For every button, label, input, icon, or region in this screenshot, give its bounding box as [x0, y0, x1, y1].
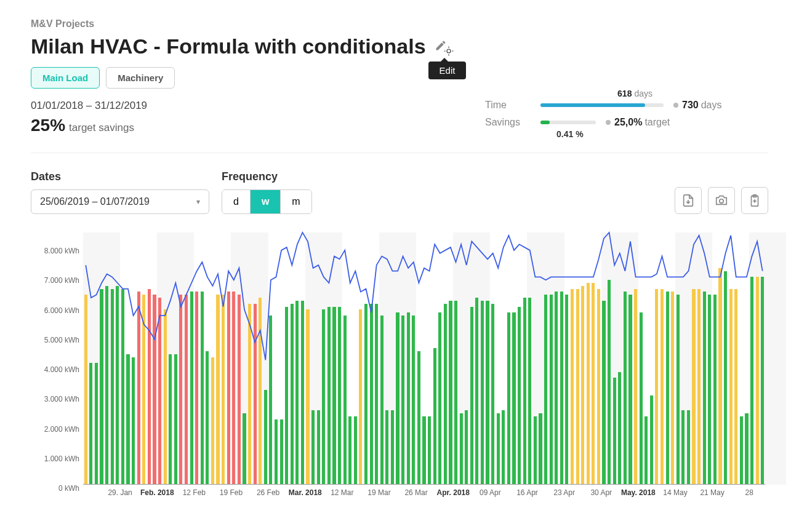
project-date-range: 01/01/2018 – 31/12/2019: [31, 100, 147, 112]
file-icon: [681, 194, 695, 207]
tab-machinery[interactable]: Machinery: [106, 67, 175, 89]
frequency-label: Frequency: [222, 170, 312, 183]
edit-tooltip: Edit: [428, 62, 467, 79]
x-axis-tick: 23 Apr: [553, 488, 575, 497]
clipboard-add-button[interactable]: [741, 187, 768, 214]
frequency-m[interactable]: m: [281, 190, 311, 213]
breadcrumb[interactable]: M&V Projects: [31, 18, 768, 30]
dot-marker: [673, 103, 678, 108]
savings-progress: 0.41 %: [540, 121, 596, 124]
camera-icon: [715, 194, 728, 207]
y-axis-tick: 3.000 kWh: [44, 395, 79, 403]
cursor-icon: [443, 46, 454, 57]
x-axis-tick: May. 2018: [621, 488, 656, 497]
time-total: 730: [682, 100, 699, 111]
savings-label: Savings: [485, 117, 540, 128]
y-axis-tick: 5.000 kWh: [44, 336, 79, 344]
date-range-picker[interactable]: 25/06/2019 – 01/07/2019 ▾: [31, 189, 209, 214]
y-axis-tick: 0 kWh: [58, 484, 79, 493]
energy-chart: 0 kWh1.000 kWh2.000 kWh3.000 kWh4.000 kW…: [31, 232, 768, 503]
y-axis-tick: 4.000 kWh: [44, 365, 79, 374]
frequency-d[interactable]: d: [222, 190, 251, 213]
savings-actual: 0.41 %: [556, 129, 584, 139]
x-axis-tick: 26 Mar: [404, 488, 427, 497]
tab-main-load[interactable]: Main Load: [31, 67, 100, 89]
dates-label: Dates: [31, 170, 209, 183]
x-axis-tick: 16 Apr: [516, 488, 538, 497]
x-axis-tick: 28: [745, 488, 753, 497]
screenshot-button[interactable]: [708, 187, 735, 214]
x-axis-tick: Feb. 2018: [140, 488, 174, 497]
x-axis-tick: 30 Apr: [590, 488, 612, 497]
export-file-button[interactable]: [675, 187, 702, 214]
page-title: Milan HVAC - Formula with conditionals: [31, 34, 426, 58]
x-axis-tick: Mar. 2018: [289, 488, 322, 497]
svg-point-0: [720, 199, 723, 203]
tabs: Main LoadMachinery: [31, 67, 768, 89]
x-axis-tick: 14 May: [663, 488, 687, 497]
y-axis-tick: 6.000 kWh: [44, 306, 79, 315]
x-axis-tick: 29. Jan: [108, 488, 132, 497]
time-progress: 618days: [540, 103, 664, 107]
x-axis-tick: 09 Apr: [480, 488, 501, 497]
target-savings: 25%target savings: [31, 116, 147, 135]
clipboard-plus-icon: [748, 194, 761, 207]
y-axis-tick: 1.000 kWh: [44, 455, 79, 463]
edit-button[interactable]: Edit: [435, 39, 447, 54]
x-axis-tick: 26 Feb: [257, 488, 279, 497]
x-axis-tick: 21 May: [700, 488, 724, 497]
y-axis-tick: 7.000 kWh: [44, 276, 79, 285]
x-axis-tick: 12 Mar: [331, 488, 353, 497]
frequency-w[interactable]: w: [251, 190, 281, 213]
divider: [31, 153, 768, 153]
savings-target: 25,0%: [614, 117, 642, 128]
frequency-toggle: dwm: [222, 189, 312, 214]
time-label: Time: [485, 100, 540, 111]
x-axis-tick: 19 Feb: [220, 488, 243, 497]
chevron-down-icon: ▾: [196, 197, 200, 206]
dot-marker: [606, 120, 611, 125]
y-axis-tick: 2.000 kWh: [44, 425, 79, 434]
x-axis-tick: Apr. 2018: [437, 488, 470, 497]
x-axis-tick: 19 Mar: [367, 488, 390, 497]
y-axis-tick: 8.000 kWh: [44, 247, 79, 255]
x-axis-tick: 12 Feb: [183, 488, 206, 497]
